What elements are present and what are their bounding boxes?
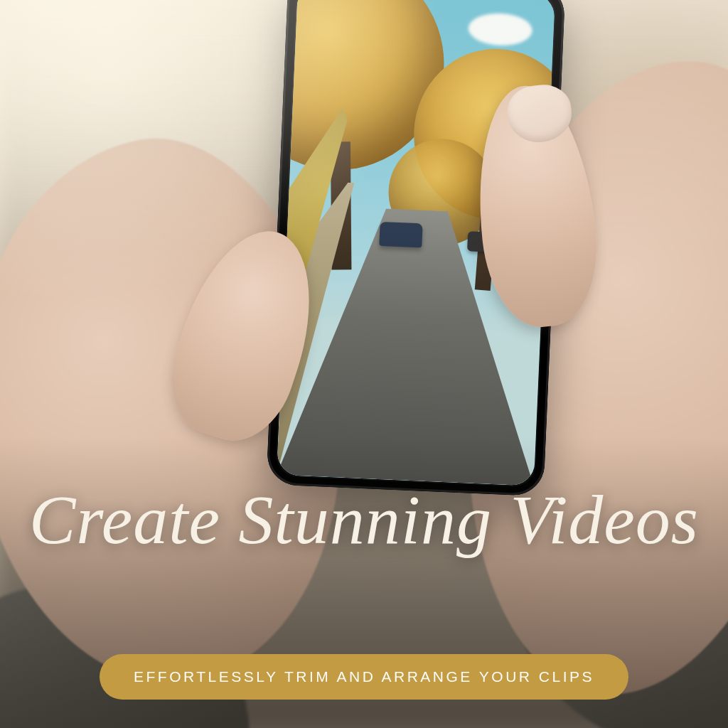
subhead-pill: EFFORTLESSLY TRIM AND ARRANGE YOUR CLIPS [100, 654, 628, 700]
headline-text: Create Stunning Videos [0, 483, 728, 557]
promo-graphic: Create Stunning Videos EFFORTLESSLY TRIM… [0, 0, 728, 728]
car-icon [379, 222, 422, 248]
